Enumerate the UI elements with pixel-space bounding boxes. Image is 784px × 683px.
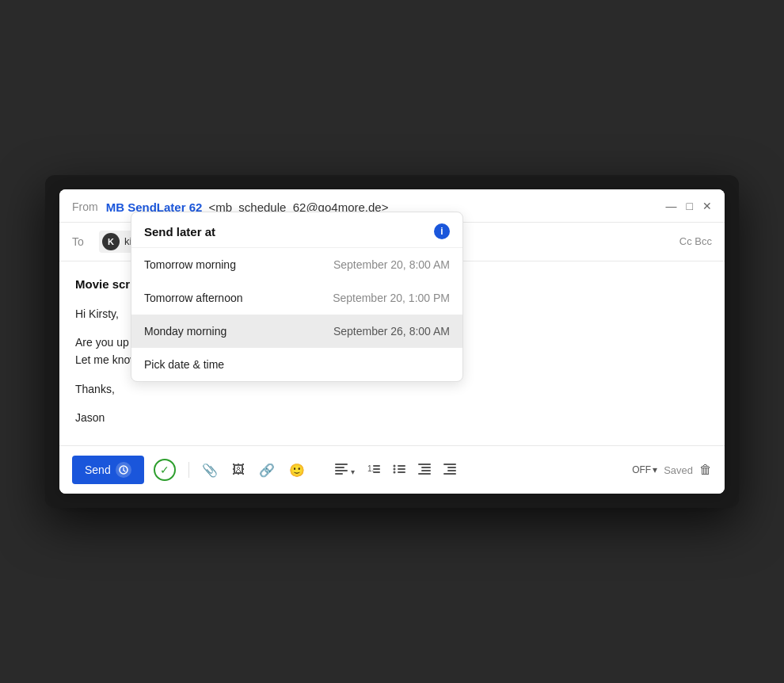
- link-icon: 🔗: [259, 463, 275, 478]
- svg-point-12: [393, 467, 395, 470]
- body-name: Jason: [75, 409, 709, 426]
- title-bar-controls: — □ ✕: [666, 200, 712, 212]
- svg-rect-16: [398, 471, 405, 473]
- minimize-button[interactable]: —: [666, 200, 677, 212]
- send-later-option-pick-date[interactable]: Pick date & time: [131, 348, 462, 381]
- svg-rect-17: [418, 464, 431, 465]
- toolbar-right: OFF ▾ Saved 🗑: [632, 463, 712, 477]
- svg-rect-6: [335, 473, 343, 475]
- saved-status: Saved: [664, 464, 693, 476]
- send-label: Send: [85, 464, 111, 476]
- send-later-header: Send later at i: [131, 212, 462, 248]
- svg-rect-20: [418, 473, 431, 475]
- attach-icon: 📎: [202, 463, 218, 478]
- svg-rect-3: [335, 464, 348, 465]
- svg-rect-4: [335, 467, 344, 468]
- send-button[interactable]: Send: [72, 456, 144, 484]
- body-thanks: Thanks,: [75, 380, 709, 398]
- cc-bcc-button[interactable]: Cc Bcc: [679, 235, 712, 247]
- option-label-2: Monday morning: [144, 325, 226, 338]
- svg-rect-21: [443, 464, 456, 465]
- option-date-2: September 26, 8:00 AM: [333, 325, 450, 338]
- svg-rect-8: [373, 465, 380, 467]
- option-label-0: Tomorrow morning: [144, 258, 236, 271]
- svg-rect-19: [421, 470, 431, 471]
- svg-rect-18: [421, 467, 431, 468]
- option-date-0: September 20, 8:00 AM: [333, 258, 450, 271]
- send-later-option-tomorrow-afternoon[interactable]: Tomorrow afternoon September 20, 1:00 PM: [131, 281, 462, 315]
- info-icon[interactable]: i: [434, 223, 450, 239]
- maximize-button[interactable]: □: [687, 200, 693, 212]
- unordered-list-button[interactable]: [388, 460, 410, 480]
- svg-rect-22: [447, 467, 456, 468]
- svg-rect-9: [373, 468, 380, 470]
- svg-rect-23: [447, 470, 456, 471]
- link-button[interactable]: 🔗: [254, 458, 280, 483]
- send-later-dropdown: Send later at i Tomorrow morning Septemb…: [131, 212, 463, 382]
- send-clock-icon: [116, 462, 131, 478]
- delete-icon[interactable]: 🗑: [699, 463, 712, 477]
- svg-point-11: [393, 464, 395, 467]
- align-button[interactable]: ▾: [330, 460, 360, 480]
- option-label-1: Tomorrow afternoon: [144, 292, 243, 304]
- ordered-list-button[interactable]: 1.: [363, 460, 385, 480]
- svg-rect-5: [335, 470, 348, 471]
- formatting-tools: ▾ 1.: [330, 460, 461, 480]
- svg-point-13: [393, 471, 395, 473]
- image-icon: 🖼: [232, 463, 245, 477]
- from-label: From: [72, 200, 98, 213]
- checkmark-circle: ✓: [154, 459, 176, 481]
- send-later-option-monday-morning[interactable]: Monday morning September 26, 8:00 AM: [131, 315, 462, 348]
- send-later-option-tomorrow-morning[interactable]: Tomorrow morning September 20, 8:00 AM: [131, 248, 462, 281]
- option-date-1: September 20, 1:00 PM: [333, 292, 450, 304]
- emoji-icon: 🙂: [289, 463, 305, 478]
- svg-rect-10: [373, 471, 380, 473]
- email-window: From MB SendLater 62 <mb_schedule_62@go4…: [59, 189, 725, 494]
- close-button[interactable]: ✕: [702, 200, 712, 212]
- recipient-avatar: K: [102, 233, 120, 250]
- decrease-indent-button[interactable]: [413, 460, 436, 480]
- off-toggle[interactable]: OFF ▾: [632, 464, 657, 475]
- window-shadow: From MB SendLater 62 <mb_schedule_62@go4…: [45, 175, 739, 509]
- attach-button[interactable]: 📎: [197, 458, 223, 483]
- svg-rect-24: [443, 473, 456, 475]
- increase-indent-button[interactable]: [439, 460, 461, 480]
- svg-rect-14: [398, 465, 405, 467]
- email-body: Movie script Hi Kirsty, Are you up to re…: [59, 261, 725, 446]
- send-later-title: Send later at: [144, 225, 215, 238]
- checkmark-button[interactable]: ✓: [149, 454, 181, 486]
- emoji-button[interactable]: 🙂: [284, 458, 310, 483]
- image-button[interactable]: 🖼: [227, 458, 249, 482]
- svg-line-2: [124, 471, 125, 472]
- svg-rect-15: [398, 468, 405, 470]
- to-label: To: [72, 235, 91, 248]
- toolbar-divider-1: [188, 462, 189, 478]
- toolbar: Send ✓ 📎 🖼 🔗: [59, 445, 725, 494]
- option-label-3: Pick date & time: [144, 358, 224, 371]
